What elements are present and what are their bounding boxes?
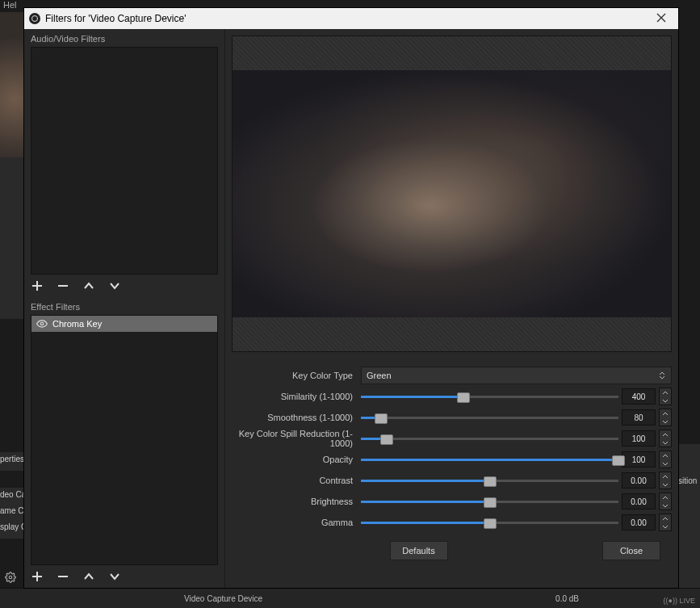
bg-source-row: splay C xyxy=(0,520,24,539)
opacity-spinner[interactable] xyxy=(659,451,672,468)
spill-reduction-value[interactable]: 100 xyxy=(622,430,656,447)
visibility-toggle[interactable] xyxy=(36,318,48,329)
similarity-slider[interactable] xyxy=(361,390,618,403)
opacity-value[interactable]: 100 xyxy=(622,451,656,468)
effect-filters-list[interactable]: Chroma Key xyxy=(31,315,218,565)
spin-up-icon[interactable] xyxy=(660,493,671,501)
spin-up-icon[interactable] xyxy=(660,514,671,522)
spin-down-icon[interactable] xyxy=(660,459,671,468)
opacity-slider[interactable] xyxy=(361,453,618,466)
similarity-value[interactable]: 400 xyxy=(622,388,656,405)
filter-properties-column: Key Color Type Green Similarity (1-1000) xyxy=(225,29,678,588)
obs-icon xyxy=(29,13,40,24)
bg-live-indicator: ((●)) LIVE xyxy=(664,597,695,605)
gamma-spinner[interactable] xyxy=(659,514,672,531)
settings-gear-icon[interactable] xyxy=(5,572,16,585)
move-filter-up-button[interactable] xyxy=(82,570,95,583)
brightness-value[interactable]: 0.00 xyxy=(622,493,656,509)
move-filter-down-button[interactable] xyxy=(108,570,121,583)
spill-reduction-slider[interactable] xyxy=(361,432,618,445)
close-icon xyxy=(656,13,666,23)
bg-side-panel xyxy=(0,157,24,319)
move-filter-down-button[interactable] xyxy=(108,279,121,292)
spill-reduction-spinner[interactable] xyxy=(659,430,672,447)
brightness-slider[interactable] xyxy=(361,495,618,508)
preview-video xyxy=(233,70,671,317)
gamma-label: Gamma xyxy=(232,518,361,527)
audio-video-filters-list[interactable] xyxy=(31,47,218,275)
opacity-label: Opacity xyxy=(232,455,361,464)
spin-up-icon[interactable] xyxy=(660,409,671,417)
bg-status-bar xyxy=(0,588,700,608)
chroma-key-properties: Key Color Type Green Similarity (1-1000) xyxy=(232,352,672,533)
effect-filter-item[interactable]: Chroma Key xyxy=(31,316,217,332)
smoothness-slider[interactable] xyxy=(361,411,618,424)
close-button[interactable]: Close xyxy=(602,541,660,560)
spin-down-icon[interactable] xyxy=(660,480,671,488)
brightness-spinner[interactable] xyxy=(659,493,672,510)
dialog-titlebar[interactable]: Filters for 'Video Capture Device' xyxy=(24,8,678,29)
spin-down-icon[interactable] xyxy=(660,417,671,426)
effect-filters-toolbar xyxy=(24,565,224,588)
key-color-type-label: Key Color Type xyxy=(232,371,361,380)
effect-filters-label: Effect Filters xyxy=(24,297,224,315)
smoothness-label: Smoothness (1-1000) xyxy=(232,413,361,422)
window-close-button[interactable] xyxy=(649,12,673,25)
spin-down-icon[interactable] xyxy=(660,522,671,530)
remove-filter-button[interactable] xyxy=(57,279,69,292)
similarity-label: Similarity (1-1000) xyxy=(232,392,361,401)
preview-letterbox xyxy=(233,317,671,351)
smoothness-spinner[interactable] xyxy=(659,409,672,426)
key-color-type-dropdown[interactable]: Green xyxy=(361,367,672,384)
contrast-value[interactable]: 0.00 xyxy=(622,472,656,488)
dialog-footer: Defaults Close xyxy=(232,533,672,568)
audio-video-filters-label: Audio/Video Filters xyxy=(24,29,224,47)
add-filter-button[interactable] xyxy=(31,279,44,292)
key-color-type-value: Green xyxy=(367,371,392,380)
spin-down-icon[interactable] xyxy=(660,438,671,447)
eye-icon xyxy=(36,318,48,329)
similarity-spinner[interactable] xyxy=(659,388,672,405)
filter-preview xyxy=(232,36,672,352)
svg-point-0 xyxy=(9,576,12,579)
effect-filter-name: Chroma Key xyxy=(52,319,102,329)
contrast-label: Contrast xyxy=(232,476,361,485)
contrast-spinner[interactable] xyxy=(659,472,672,489)
bg-mixer-db: 0.0 dB xyxy=(555,594,579,603)
spin-up-icon[interactable] xyxy=(660,430,671,438)
contrast-slider[interactable] xyxy=(361,474,618,487)
filters-dialog: Filters for 'Video Capture Device' Audio… xyxy=(24,8,678,588)
bg-preview-fragment xyxy=(0,12,24,157)
spin-up-icon[interactable] xyxy=(660,451,671,459)
defaults-button[interactable]: Defaults xyxy=(390,541,448,560)
spin-up-icon[interactable] xyxy=(660,472,671,480)
bg-right-panel: sition xyxy=(678,444,700,606)
smoothness-value[interactable]: 80 xyxy=(622,409,656,426)
filters-left-column: Audio/Video Filters Effect Filters Chrom… xyxy=(24,29,225,588)
dropdown-arrows-icon xyxy=(656,369,668,382)
dialog-title: Filters for 'Video Capture Device' xyxy=(45,13,186,24)
gamma-slider[interactable] xyxy=(361,516,618,529)
gamma-value[interactable]: 0.00 xyxy=(622,514,656,530)
svg-point-1 xyxy=(40,322,44,325)
brightness-label: Brightness xyxy=(232,497,361,506)
audio-video-filters-toolbar xyxy=(24,275,224,297)
spin-up-icon[interactable] xyxy=(660,388,671,396)
bg-mixer-label: Video Capture Device xyxy=(184,594,262,603)
spin-down-icon[interactable] xyxy=(660,501,671,509)
bg-menu-fragment: Hel xyxy=(0,0,27,12)
spill-reduction-label: Key Color Spill Reduction (1-1000) xyxy=(232,429,361,448)
add-filter-button[interactable] xyxy=(31,570,44,583)
preview-letterbox xyxy=(233,36,671,70)
move-filter-up-button[interactable] xyxy=(82,279,95,292)
bg-properties-fragment: perties xyxy=(0,452,24,471)
spin-down-icon[interactable] xyxy=(660,396,671,405)
remove-filter-button[interactable] xyxy=(57,570,69,583)
